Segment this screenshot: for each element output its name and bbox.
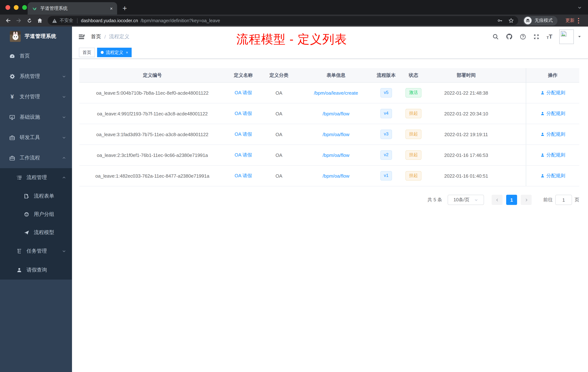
user-icon (540, 132, 545, 136)
cell-deploy-time: 2022-01-22 19:19:11 (430, 124, 503, 144)
fullscreen-icon[interactable] (533, 33, 540, 40)
sidebar-item-label: 流程表单 (34, 193, 54, 199)
cell-definition-id: oa_leave:2:3c1f0ef1-76b1-11ec-9c66-a2380… (79, 145, 225, 165)
hamburger-icon[interactable] (78, 33, 85, 40)
forward-icon[interactable] (14, 16, 24, 25)
security-warning-icon[interactable] (52, 18, 57, 23)
app-title: 芋道管理系统 (25, 33, 56, 40)
browser-tabstrip: 芋道管理系统 × + (0, 0, 588, 15)
bookmark-star-icon[interactable] (508, 18, 514, 23)
assign-rule-button[interactable]: 分配规则 (540, 89, 565, 96)
window-controls (5, 5, 27, 10)
breadcrumb: 首页 / 流程定义 (91, 33, 129, 40)
sidebar-item-label: 工作流程 (20, 155, 40, 161)
sidebar-item-process-model[interactable]: 流程模型 (0, 223, 72, 242)
current-page-button[interactable]: 1 (506, 195, 517, 205)
chevron-up-icon (62, 175, 66, 180)
chevron-down-icon (62, 249, 66, 253)
sidebar-item-task-management[interactable]: 任务管理 (0, 242, 72, 261)
update-chip[interactable]: 更新 (561, 16, 583, 25)
sidebar-item-home[interactable]: 首页 (0, 46, 72, 66)
column-header: 操作 (526, 68, 579, 82)
prev-page-button[interactable] (492, 195, 503, 205)
next-page-button[interactable] (521, 195, 532, 205)
form-link[interactable]: /bpm/oa/leave/create (314, 90, 358, 96)
help-icon[interactable] (520, 33, 526, 40)
column-header: 部署时间 (430, 68, 503, 82)
definition-name-link[interactable]: OA 请假 (235, 110, 252, 117)
sidebar-item-process-form[interactable]: 流程表单 (0, 187, 72, 205)
cell-spacer (503, 124, 526, 144)
form-link[interactable]: /bpm/oa/flow (323, 131, 349, 137)
user-icon (540, 153, 545, 157)
tags-view-bar: 首页 流程定义 × (72, 47, 588, 59)
sidebar-item-dev-tools[interactable]: 研发工具 (0, 127, 72, 148)
definition-name-link[interactable]: OA 请假 (235, 131, 252, 138)
table-row: oa_leave:5:004b710b-7b8a-11ec-8ef0-acde4… (79, 83, 579, 103)
sidebar-item-user-group[interactable]: 用户分组 (0, 205, 72, 223)
new-tab-button[interactable]: + (119, 3, 130, 14)
github-icon[interactable] (506, 33, 513, 40)
sidebar-item-process-management[interactable]: 流程管理 (0, 168, 72, 187)
cell-definition-id: oa_leave:4:991f2193-7b7f-11ec-a3c8-acde4… (79, 103, 225, 124)
maximize-window-button[interactable] (22, 5, 27, 10)
breadcrumb-home[interactable]: 首页 (91, 33, 101, 40)
table-row: oa_leave:1:482ec033-762a-11ec-8477-a2380… (79, 166, 579, 186)
assign-rule-button[interactable]: 分配规则 (540, 110, 565, 117)
home-icon[interactable] (35, 16, 45, 25)
form-icon (23, 193, 30, 199)
assign-rule-button[interactable]: 分配规则 (540, 131, 565, 138)
user-group-icon (23, 211, 30, 217)
user-icon (540, 91, 545, 95)
form-link[interactable]: /bpm/oa/flow (323, 111, 349, 116)
sidebar-item-label: 基础设施 (20, 114, 40, 120)
avatar[interactable] (559, 29, 574, 44)
sidebar-item-leave-query[interactable]: 请假查询 (0, 261, 72, 280)
version-badge: v3 (380, 130, 392, 139)
sidebar-item-infrastructure[interactable]: 基础设施 (0, 107, 72, 127)
avatar-caret-icon[interactable] (578, 34, 581, 39)
tab-search-chevron-icon[interactable] (577, 5, 582, 10)
column-header: 流程版本 (375, 68, 397, 82)
minimize-window-button[interactable] (14, 5, 19, 10)
assign-rule-button[interactable]: 分配规则 (540, 173, 565, 179)
tag-process-definition[interactable]: 流程定义 × (97, 48, 132, 57)
goto-page-input[interactable] (555, 195, 572, 205)
sidebar-item-payment[interactable]: ¥ 支付管理 (0, 87, 72, 107)
tag-home[interactable]: 首页 (79, 48, 95, 57)
sidebar-item-label: 支付管理 (20, 94, 40, 100)
kebab-menu-icon[interactable] (578, 18, 579, 23)
yen-icon: ¥ (9, 94, 15, 100)
form-link[interactable]: /bpm/oa/flow (323, 173, 349, 178)
cell-definition-id: oa_leave:5:004b710b-7b8a-11ec-8ef0-acde4… (79, 83, 225, 103)
address-bar[interactable]: 不安全 dashboard.yudao.iocoder.cn/bpm/manag… (48, 16, 518, 25)
definition-name-link[interactable]: OA 请假 (235, 173, 252, 179)
assign-rule-button[interactable]: 分配规则 (540, 152, 565, 158)
goto-suffix: 页 (575, 197, 579, 203)
sidebar-item-label: 研发工具 (20, 134, 40, 141)
browser-tab[interactable]: 芋道管理系统 × (28, 2, 117, 15)
reload-icon[interactable] (24, 16, 34, 25)
font-size-icon[interactable]: TT (546, 34, 552, 40)
cell-deploy-time: 2022-01-22 21:48:38 (430, 83, 503, 103)
definition-name-link[interactable]: OA 请假 (235, 89, 252, 96)
version-badge: v4 (380, 109, 392, 118)
search-icon[interactable] (492, 33, 499, 40)
tag-close-icon[interactable]: × (126, 50, 128, 55)
table-row: oa_leave:4:991f2193-7b7f-11ec-a3c8-acde4… (79, 103, 579, 124)
update-label: 更新 (566, 17, 575, 24)
chevron-down-icon (62, 135, 66, 140)
sidebar-item-label: 请假查询 (27, 267, 47, 273)
column-header: 定义名称 (225, 68, 261, 82)
definition-name-link[interactable]: OA 请假 (235, 152, 252, 158)
form-link[interactable]: /bpm/oa/flow (323, 152, 349, 158)
sidebar-item-system[interactable]: 系统管理 (0, 66, 72, 87)
sidebar-item-label: 流程模型 (34, 229, 54, 236)
close-window-button[interactable] (5, 5, 10, 10)
password-key-icon[interactable] (497, 18, 503, 23)
cell-category: OA (261, 124, 297, 144)
sidebar-item-workflow[interactable]: 工作流程 (0, 148, 72, 168)
page-size-select[interactable]: 10条/页 (448, 195, 484, 205)
tab-close-icon[interactable]: × (110, 6, 113, 11)
back-icon[interactable] (3, 16, 13, 25)
